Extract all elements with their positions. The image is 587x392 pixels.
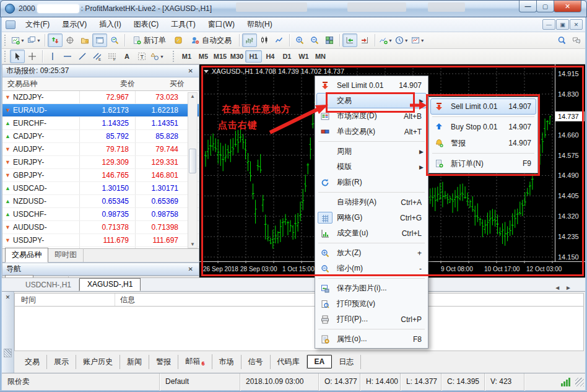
menu-item-属性(o)...[interactable]: 属性(o)...F8 bbox=[316, 331, 427, 347]
strategy-tester-button[interactable] bbox=[107, 33, 122, 47]
timeframe-M5[interactable]: M5 bbox=[195, 50, 212, 63]
scroll-thumb[interactable] bbox=[189, 149, 196, 173]
text-button[interactable]: A bbox=[120, 50, 134, 63]
tile-windows-button[interactable] bbox=[322, 33, 337, 47]
terminal-tab-邮箱[interactable]: 邮箱 6 bbox=[178, 354, 212, 368]
scroll-up-icon[interactable]: ▲ bbox=[188, 94, 197, 99]
market-watch-scrollbar[interactable]: ▲ ▼ bbox=[188, 92, 198, 248]
market-watch-row-AUDJPY-[interactable]: AUDJPY-79.71879.744 bbox=[2, 143, 199, 156]
trendline-button[interactable] bbox=[75, 50, 90, 63]
terminal-tab-信号[interactable]: 信号 bbox=[241, 355, 271, 369]
terminal-grip-icon[interactable] bbox=[4, 349, 12, 357]
market-watch-row-USDCAD-[interactable]: USDCAD-1.301501.30171 bbox=[2, 182, 199, 195]
column-ask[interactable]: 买价 bbox=[135, 79, 185, 89]
close-button[interactable]: ✕ bbox=[554, 1, 581, 12]
navigator-caption[interactable]: 导航 ✕ bbox=[2, 263, 199, 276]
market-watch-row-USDJPY-[interactable]: USDJPY-111.679111.697 bbox=[2, 234, 199, 247]
menu-文件(F)[interactable]: 文件(F) bbox=[19, 17, 56, 32]
fibonacci-button[interactable]: F bbox=[105, 50, 120, 63]
profiles-button[interactable]: ▼ bbox=[26, 33, 42, 47]
channel-button[interactable]: E bbox=[90, 50, 105, 63]
toolbar-grip[interactable] bbox=[173, 51, 176, 62]
chart-tab-usdcnh[interactable]: USDCNH-,H1 bbox=[18, 279, 79, 291]
maximize-button[interactable]: ▢ bbox=[536, 1, 554, 12]
column-time[interactable]: 时间 bbox=[15, 294, 115, 306]
scroll-down-icon[interactable]: ▼ bbox=[188, 242, 197, 247]
menu-item-保存为图片(i)...[interactable]: 保存为图片(i)... bbox=[316, 281, 427, 296]
close-icon[interactable]: ✕ bbox=[2, 294, 14, 300]
menu-item-Sell Limit 0.01[interactable]: Sell Limit 0.0114.907 bbox=[316, 77, 427, 93]
market-watch-row-EURCHF-[interactable]: EURCHF-1.143251.14351 bbox=[2, 117, 199, 130]
search-button[interactable] bbox=[554, 33, 569, 47]
vertical-line-button[interactable] bbox=[45, 50, 60, 63]
menu-帮助(H)[interactable]: 帮助(H) bbox=[241, 17, 279, 32]
data-window-button[interactable] bbox=[63, 33, 77, 47]
new-chart-button[interactable]: ▼ bbox=[10, 33, 26, 47]
menu-item-放大(Z)[interactable]: 放大(Z)+ bbox=[316, 245, 427, 261]
autotrading-button[interactable]: 自动交易 bbox=[186, 33, 237, 47]
timeframe-M1[interactable]: M1 bbox=[178, 50, 195, 63]
cursor-button[interactable] bbox=[10, 50, 25, 63]
menu-插入(I)[interactable]: 插入(I) bbox=[93, 17, 127, 32]
minimize-button[interactable]: — bbox=[519, 1, 537, 12]
market-watch-row-EURJPY-[interactable]: EURJPY-129.309129.331 bbox=[2, 156, 199, 169]
close-icon[interactable]: ✕ bbox=[186, 266, 195, 272]
menu-item-Sell Limit 0.01[interactable]: Sell Limit 0.0114.907 bbox=[430, 98, 536, 115]
terminal-tab-交易[interactable]: 交易 bbox=[18, 355, 47, 369]
market-watch-tab-即时图[interactable]: 即时图 bbox=[48, 248, 84, 262]
terminal-tab-账户历史[interactable]: 账户历史 bbox=[76, 355, 120, 369]
tab-scroll-left-icon[interactable]: ◄ bbox=[554, 284, 565, 291]
periods-button[interactable]: ▼ bbox=[394, 33, 410, 47]
market-watch-row-NZDJPY-[interactable]: NZDJPY-72.96773.023 bbox=[2, 91, 199, 104]
terminal-button[interactable] bbox=[92, 33, 107, 47]
timeframe-H4[interactable]: H4 bbox=[262, 50, 279, 63]
menu-item-缩小(m)[interactable]: 缩小(m)- bbox=[316, 261, 427, 276]
window-titlebar[interactable]: 2000: ProfitMarketHK-Live2 - [XAGUSD-,H1… bbox=[0, 0, 587, 17]
toolbar-grip[interactable] bbox=[4, 35, 7, 46]
market-watch-row-GBPJPY-[interactable]: GBPJPY-146.765146.801 bbox=[2, 169, 199, 182]
metaeditor-button[interactable] bbox=[171, 33, 186, 47]
market-watch-caption[interactable]: 市场报价: 09:25:37 ✕ bbox=[2, 65, 199, 77]
menu-item-打印(P)...[interactable]: 打印(P)...Ctrl+P bbox=[316, 311, 427, 327]
terminal-tab-市场[interactable]: 市场 bbox=[212, 355, 241, 369]
menu-item-Buy Stop 0.01[interactable]: Buy Stop 0.0114.907 bbox=[430, 119, 536, 135]
menu-item-自动排列(A)[interactable]: 自动排列(A)Ctrl+A bbox=[316, 194, 427, 210]
menu-item-新订单(N)[interactable]: 新订单(N)F9 bbox=[430, 155, 536, 172]
timeframe-W1[interactable]: W1 bbox=[295, 50, 312, 63]
menu-item-网格(G)[interactable]: 网格(G)Ctrl+G bbox=[316, 210, 427, 225]
status-profile[interactable]: Default bbox=[160, 373, 240, 391]
bar-chart-button[interactable] bbox=[242, 33, 257, 47]
mdi-minimize-button[interactable]: — bbox=[542, 19, 555, 30]
column-symbol[interactable]: 交易品种 bbox=[2, 79, 79, 89]
menu-item-成交量(u)[interactable]: 成交量(u)Ctrl+L bbox=[316, 225, 427, 241]
menu-窗口(W)[interactable]: 窗口(W) bbox=[202, 17, 241, 32]
line-chart-button[interactable] bbox=[272, 33, 287, 47]
menu-item-市场深度(D)[interactable]: 市场深度(D)Alt+B bbox=[316, 108, 427, 124]
menu-显示(V)[interactable]: 显示(V) bbox=[56, 17, 93, 32]
close-icon[interactable]: ✕ bbox=[186, 68, 195, 74]
horizontal-line-button[interactable] bbox=[60, 50, 75, 63]
market-watch-row-USDCHF-[interactable]: USDCHF-0.987350.98758 bbox=[2, 208, 199, 221]
navigator-button[interactable] bbox=[77, 33, 92, 47]
menu-item-周期[interactable]: 周期▶ bbox=[316, 144, 427, 159]
chart-tab-xagusd[interactable]: XAGUSD-,H1 bbox=[79, 278, 141, 291]
auto-scroll-button[interactable] bbox=[342, 33, 357, 47]
zoom-out-button[interactable] bbox=[307, 33, 322, 47]
timeframe-M30[interactable]: M30 bbox=[228, 50, 245, 63]
timeframe-H1[interactable]: H1 bbox=[245, 50, 262, 63]
templates-button[interactable]: ▼ bbox=[410, 33, 426, 47]
arrows-button[interactable]: ▼ bbox=[149, 50, 165, 63]
zoom-in-button[interactable] bbox=[292, 33, 307, 47]
menu-item-刷新(R)[interactable]: 刷新(R) bbox=[316, 175, 427, 190]
menu-item-模版[interactable]: 模版▶ bbox=[316, 159, 427, 175]
terminal-tab-EA[interactable]: EA bbox=[307, 355, 333, 368]
resize-grip[interactable] bbox=[575, 378, 584, 386]
crosshair-button[interactable] bbox=[25, 50, 40, 63]
market-watch-button[interactable] bbox=[48, 33, 63, 47]
menu-item-单击交易(k)[interactable]: 单击交易(k)Alt+T bbox=[316, 124, 427, 139]
menu-图表(C)[interactable]: 图表(C) bbox=[128, 17, 165, 32]
market-watch-row-NZDUSD-[interactable]: NZDUSD-0.653450.65369 bbox=[2, 195, 199, 208]
chat-button[interactable] bbox=[569, 33, 584, 47]
market-watch-row-EURAUD-[interactable]: EURAUD-1.621731.62218 bbox=[2, 104, 199, 117]
menu-工具(T)[interactable]: 工具(T) bbox=[165, 17, 201, 32]
